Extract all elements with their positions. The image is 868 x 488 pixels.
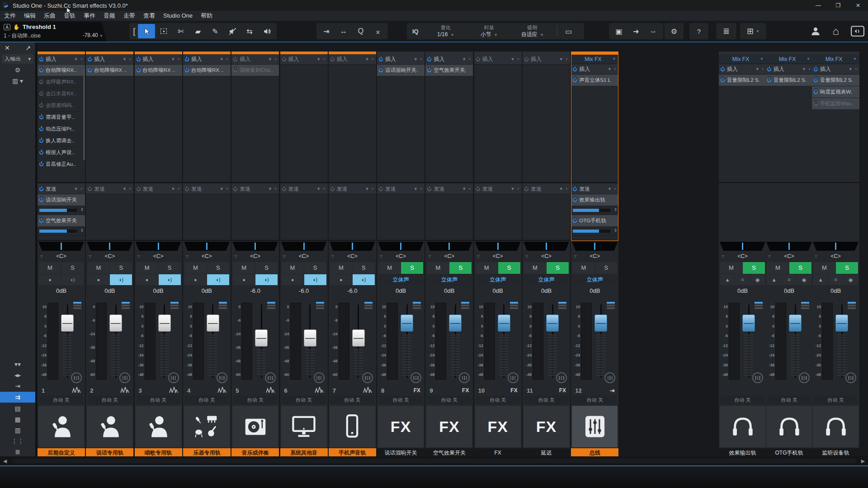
add-icon[interactable]: +: [226, 57, 228, 61]
menu-item-查看[interactable]: 查看: [139, 11, 159, 21]
power-icon[interactable]: [137, 57, 141, 61]
pan-meter-icon[interactable]: [604, 372, 615, 383]
automation-mode-button[interactable]: 自动 关: [185, 396, 229, 404]
fader-handle[interactable]: [835, 314, 848, 332]
pan-strip[interactable]: [232, 242, 278, 251]
fader-handle[interactable]: [401, 314, 413, 332]
iq-toggle[interactable]: IQ: [407, 28, 424, 35]
pan-meter-icon[interactable]: [508, 372, 519, 383]
mixfx-header[interactable]: Mix FX▼: [812, 54, 859, 64]
power-icon[interactable]: [814, 67, 818, 71]
fader-handle[interactable]: [742, 314, 755, 332]
automation-mode-button[interactable]: 自动 关: [137, 396, 180, 404]
channel-icon-area[interactable]: [87, 406, 132, 447]
channel-name[interactable]: 延迟: [523, 448, 570, 457]
insert-slot[interactable]: 自动降噪RX ..: [86, 65, 133, 76]
mixfx-header[interactable]: Mix FX▼: [765, 54, 813, 64]
pan-strip[interactable]: [475, 242, 521, 251]
fader-track[interactable]: [351, 303, 366, 380]
pan-strip[interactable]: [572, 242, 618, 251]
channel-icon-area[interactable]: [813, 406, 859, 447]
mixfx-header[interactable]: Mix FX▼: [571, 54, 618, 64]
channel-icon-area[interactable]: FX: [475, 406, 521, 447]
record-arm-button[interactable]: ●: [136, 274, 158, 285]
insert-slot[interactable]: 去口水音RX..: [38, 88, 85, 100]
power-icon[interactable]: [282, 187, 286, 191]
range-tool[interactable]: [155, 24, 172, 38]
stereo-mode-label[interactable]: 立体声: [524, 274, 569, 285]
add-icon[interactable]: +: [614, 67, 616, 71]
strip-mode-select[interactable]: ▥ ▾: [0, 75, 35, 86]
pan-strip[interactable]: [281, 242, 327, 251]
insert-slot[interactable]: 自动降噪RX ..: [135, 65, 182, 76]
mute-button[interactable]: M: [87, 262, 109, 274]
pan-strip[interactable]: [87, 242, 132, 251]
send-slot[interactable]: 空气效果开关: [38, 215, 85, 227]
mute-button[interactable]: M: [282, 262, 304, 274]
fader-handle[interactable]: [789, 314, 802, 332]
insert-slot[interactable]: 动态压缩Pr..: [38, 123, 85, 135]
fader-track[interactable]: [788, 303, 802, 380]
add-icon[interactable]: +: [226, 187, 228, 191]
macro-tool[interactable]: ⌅: [369, 24, 387, 38]
menu-item-走带[interactable]: 走带: [119, 11, 139, 21]
add-icon[interactable]: +: [517, 57, 519, 61]
menu-item-帮助[interactable]: 帮助: [197, 11, 217, 21]
add-icon[interactable]: +: [323, 57, 325, 61]
volume-value[interactable]: 0dB: [812, 287, 859, 296]
listen-tool[interactable]: [258, 24, 275, 38]
automation-mode-button[interactable]: 自动 关: [814, 396, 858, 404]
insert-slot[interactable]: 响度监视表W.: [812, 86, 859, 98]
stereo-mode-label[interactable]: 立体声: [378, 274, 423, 285]
chevron-down-icon[interactable]: ▼: [414, 187, 418, 191]
channel-name[interactable]: 监听设备轨: [812, 448, 859, 457]
compact-mode-button[interactable]: ▭: [560, 24, 577, 38]
volume-value[interactable]: 0dB: [719, 287, 766, 296]
volume-value[interactable]: -6.0: [231, 287, 279, 296]
mute-button[interactable]: M: [813, 262, 835, 274]
power-icon[interactable]: [573, 78, 577, 82]
split-view-button[interactable]: ⇔: [645, 24, 662, 38]
volume-value[interactable]: 0dB: [765, 287, 813, 296]
power-icon[interactable]: [233, 68, 237, 72]
chevron-down-icon[interactable]: ▼: [559, 57, 563, 61]
power-icon[interactable]: [721, 67, 725, 71]
pan-meter-icon[interactable]: [119, 372, 130, 383]
record-arm-button[interactable]: ●: [184, 274, 207, 285]
add-icon[interactable]: +: [274, 57, 277, 61]
fader-track[interactable]: [594, 303, 608, 380]
scroll-left-icon[interactable]: ◀: [0, 458, 10, 464]
bracket-tool[interactable]: [: [131, 24, 138, 38]
automation-mode-button[interactable]: 自动 关: [233, 396, 277, 404]
solo-button[interactable]: S: [110, 262, 132, 274]
volume-value[interactable]: 0dB: [183, 287, 231, 296]
quantize-select[interactable]: 量化 1/16▼: [424, 24, 467, 38]
stereo-mode-label[interactable]: 立体声: [476, 274, 520, 285]
power-icon[interactable]: [137, 68, 141, 72]
detach-mixer-icon[interactable]: ↗: [25, 44, 31, 52]
power-icon[interactable]: [524, 57, 528, 61]
pan-strip[interactable]: [426, 242, 472, 251]
fader-handle[interactable]: [449, 314, 462, 332]
fader-track[interactable]: [497, 303, 511, 380]
pan-strip[interactable]: [38, 242, 84, 251]
channel-name[interactable]: FX: [474, 448, 522, 457]
fader-handle[interactable]: [255, 329, 268, 347]
solo-button[interactable]: S: [789, 262, 811, 274]
settings-button[interactable]: ⚙: [665, 23, 684, 39]
mute-button[interactable]: M: [233, 262, 255, 274]
power-icon[interactable]: [573, 67, 577, 71]
channel-icon-area[interactable]: [184, 406, 230, 447]
add-icon[interactable]: +: [855, 67, 857, 71]
bend-tool[interactable]: ⇆: [241, 24, 258, 38]
channel-icon-area[interactable]: FX: [426, 406, 472, 447]
channel-icon-area[interactable]: FX: [378, 406, 424, 447]
mute-button[interactable]: M: [767, 262, 789, 274]
power-icon[interactable]: [185, 187, 189, 191]
automation-mode-button[interactable]: 自动 关: [88, 396, 132, 404]
power-icon[interactable]: [721, 78, 725, 82]
strips-icon[interactable]: ▥: [0, 425, 35, 436]
track-list-button[interactable]: ▣: [610, 24, 627, 38]
chevron-down-icon[interactable]: ▼: [511, 187, 515, 191]
power-icon[interactable]: [137, 187, 141, 191]
